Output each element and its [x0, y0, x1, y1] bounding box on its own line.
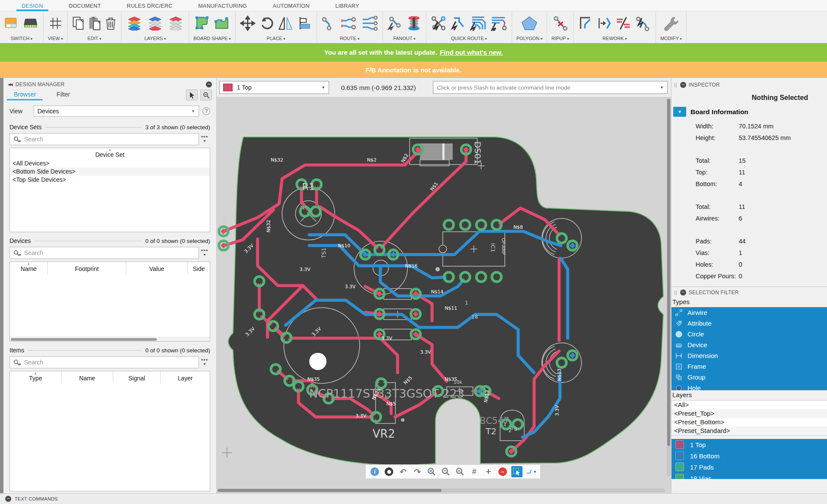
toolbar-group-label[interactable]: VIEW: [48, 36, 63, 42]
quickroute-bundle-icon[interactable]: [469, 16, 487, 31]
column-header[interactable]: ∧Type: [10, 371, 62, 383]
tab-browser[interactable]: Browser: [9, 89, 40, 100]
command-line-input[interactable]: [437, 84, 660, 91]
board-curve-icon[interactable]: [214, 16, 230, 31]
layer-row-18-vias[interactable]: 18 Vias: [672, 473, 827, 479]
layer-row-17-pads[interactable]: 17 Pads: [672, 461, 827, 473]
rework-split-icon[interactable]: [615, 16, 631, 31]
toolbar-group-label[interactable]: POLYGON: [516, 36, 543, 42]
menu-tab-library[interactable]: LIBRARY: [329, 1, 365, 10]
board-outline-icon[interactable]: [194, 16, 210, 31]
text-commands-bar[interactable]: − TEXT COMMANDS: [0, 493, 827, 504]
info-button[interactable]: i: [369, 466, 380, 477]
device-sets-menu-button[interactable]: •••▼: [199, 135, 210, 143]
undo-button[interactable]: ↶: [398, 466, 409, 477]
layers-top-icon[interactable]: [146, 16, 164, 31]
help-icon[interactable]: ?: [202, 107, 210, 115]
board-information-toggle[interactable]: ▼: [673, 107, 686, 117]
rework-extend-icon[interactable]: [597, 16, 612, 31]
route-multi-icon[interactable]: [361, 16, 378, 31]
board-schematic-switch-icon[interactable]: [4, 16, 19, 30]
toolbar-group-label[interactable]: QUICK ROUTE: [451, 36, 487, 42]
fanout-padstack-icon[interactable]: [406, 16, 422, 31]
column-header[interactable]: Signal: [113, 371, 161, 383]
collapse-panel-icon[interactable]: ◀◀: [8, 82, 12, 87]
copy-icon[interactable]: [72, 16, 85, 31]
device-set-row[interactable]: <Bottom Side Devices>: [10, 168, 210, 176]
zoom-select-button[interactable]: [200, 90, 212, 100]
filter-type-attribute[interactable]: Attribute: [672, 318, 827, 329]
ripup-icon[interactable]: [553, 16, 568, 31]
route-single-icon[interactable]: [321, 16, 337, 31]
text-commands-icon[interactable]: −: [5, 496, 11, 502]
devices-search-input[interactable]: [24, 249, 195, 256]
board-viewport[interactable]: R1TS1PRDS01IC1OP-AMPNCP1117ST33T3GSOT-22…: [217, 97, 671, 493]
rework-smooth-icon[interactable]: [635, 16, 651, 31]
zoom-out-button[interactable]: [440, 466, 451, 477]
wrench-icon[interactable]: [662, 16, 680, 31]
rotate-icon[interactable]: [259, 16, 274, 31]
items-search-input[interactable]: [24, 359, 195, 366]
column-header[interactable]: Name: [62, 371, 113, 383]
layer-preset-row[interactable]: <Preset_Top>: [672, 409, 827, 418]
mirror-icon[interactable]: [278, 16, 293, 31]
filter-type-frame[interactable]: Frame: [672, 361, 827, 372]
bend-style-button[interactable]: ▼: [525, 466, 537, 477]
menu-tab-document[interactable]: DOCUMENT: [63, 1, 107, 10]
devices-horizontal-scrollbar[interactable]: [10, 337, 210, 341]
column-header[interactable]: Side: [188, 262, 210, 274]
toolbar-group-label[interactable]: SWITCH: [11, 36, 32, 42]
filter-type-dimension[interactable]: Dimension: [672, 350, 827, 361]
toolbar-group-label[interactable]: LAYERS: [144, 36, 166, 42]
quickroute-line-icon[interactable]: [451, 16, 466, 31]
redo-button[interactable]: ↷: [412, 466, 423, 477]
device-sets-search[interactable]: ▼: [9, 133, 199, 145]
toolbar-group-label[interactable]: EDIT: [87, 36, 101, 42]
stop-button[interactable]: −: [497, 466, 508, 477]
menu-tab-manufacturing[interactable]: MANUFACTURING: [192, 1, 253, 10]
device-set-row[interactable]: <All Devices>: [10, 159, 210, 168]
device-set-column-header[interactable]: ∧Device Set: [10, 148, 210, 159]
whats-new-link[interactable]: Find out what's new.: [440, 49, 503, 56]
zoom-in-button[interactable]: [426, 466, 437, 477]
column-header[interactable]: ∧Name: [10, 262, 48, 274]
devices-menu-button[interactable]: •••▼: [199, 249, 210, 257]
toolbar-group-label[interactable]: BOARD SHAPE: [193, 36, 231, 42]
layers-bottom-icon[interactable]: [167, 16, 184, 31]
canvas-horizontal-scrollbar[interactable]: [218, 488, 665, 492]
canvas-vertical-scrollbar[interactable]: [667, 99, 671, 476]
route-diff-pair-icon[interactable]: [340, 16, 358, 31]
grid-view-icon[interactable]: [48, 16, 63, 30]
panel-grip[interactable]: ||: [674, 290, 678, 295]
items-menu-button[interactable]: •••▼: [199, 358, 210, 366]
quickroute-net-icon[interactable]: [431, 16, 447, 31]
column-header[interactable]: Value: [126, 262, 188, 274]
toolbar-group-label[interactable]: REWORK: [603, 36, 627, 42]
toolbar-group-label[interactable]: FANOUT: [393, 36, 416, 42]
devices-search[interactable]: ▼: [9, 247, 199, 259]
device-set-row[interactable]: <Top Side Devices>: [10, 176, 210, 184]
view-dropdown[interactable]: Devices ▼: [34, 106, 199, 117]
toolbar-group-label[interactable]: PLACE: [267, 36, 285, 42]
rework-corner-icon[interactable]: [578, 16, 594, 31]
device-sets-search-input[interactable]: [24, 136, 195, 143]
layer-row-1-top[interactable]: 1 Top: [672, 439, 827, 450]
active-layer-dropdown[interactable]: 1 Top ▼: [219, 81, 329, 94]
filter-type-device[interactable]: Device: [672, 339, 827, 350]
menu-tab-design[interactable]: DESIGN: [16, 1, 49, 10]
toolbar-group-label[interactable]: RIPUP: [551, 36, 569, 42]
layer-preset-row[interactable]: <All>: [672, 401, 827, 409]
layers-all-icon[interactable]: [126, 16, 143, 31]
filter-type-airwire[interactable]: Airwire: [672, 307, 827, 318]
layer-preset-row[interactable]: <Preset_Standard>: [672, 426, 827, 435]
column-header[interactable]: Footprint: [48, 262, 126, 274]
zoom-fit-button[interactable]: [454, 466, 466, 477]
quickroute-partial-icon[interactable]: [490, 16, 507, 31]
panel-minimize-icon[interactable]: −: [206, 81, 212, 87]
layer-preset-row[interactable]: <Preset_Bottom>: [672, 418, 827, 426]
crosshair-button[interactable]: +: [483, 466, 494, 477]
inspector-minimize-icon[interactable]: −: [680, 82, 686, 88]
select-mode-button[interactable]: [186, 90, 198, 100]
items-search[interactable]: ▼: [9, 356, 199, 368]
filter-type-hole[interactable]: Hole: [672, 383, 827, 390]
